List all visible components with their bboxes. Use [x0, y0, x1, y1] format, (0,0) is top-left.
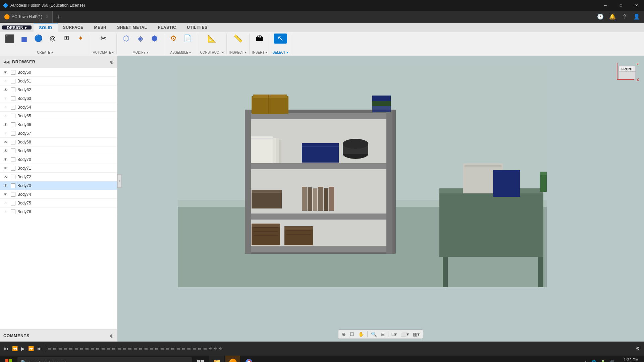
tl-icon-3[interactable]: ▭: [58, 346, 62, 352]
close-button[interactable]: ✕: [629, 0, 644, 11]
as-built-joint-button[interactable]: 📄: [181, 34, 194, 43]
chrome-taskbar[interactable]: [241, 356, 256, 362]
tl-icon-11[interactable]: ▭: [101, 346, 105, 352]
body-checkbox[interactable]: [11, 70, 15, 75]
play-button[interactable]: ▶: [20, 345, 26, 353]
tl-icon-2[interactable]: ▭: [52, 346, 57, 352]
create-label[interactable]: CREATE: [37, 51, 53, 54]
display-mode-button[interactable]: □▾: [390, 331, 398, 338]
pan-button[interactable]: ✋: [357, 331, 365, 338]
visibility-icon[interactable]: 👁: [3, 140, 9, 144]
body-checkbox[interactable]: [11, 175, 15, 179]
tl-icon-23[interactable]: ▭: [165, 346, 170, 352]
visibility-icon[interactable]: 👁: [3, 183, 9, 188]
tab-mesh[interactable]: MESH: [89, 23, 112, 32]
body-checkbox[interactable]: [11, 157, 15, 162]
visibility-icon[interactable]: 👁: [3, 209, 9, 214]
body-list-item[interactable]: 👁Body60: [0, 68, 117, 77]
view-cube[interactable]: FRONT Z X: [614, 59, 641, 86]
history-icon[interactable]: 🕐: [596, 12, 605, 21]
go-to-start-button[interactable]: ⏮: [3, 345, 10, 353]
tab-utilities[interactable]: UTILITIES: [181, 23, 213, 32]
tl-icon-5[interactable]: ▭: [68, 346, 73, 352]
body-checkbox[interactable]: [11, 201, 15, 205]
visibility-icon[interactable]: 👁: [3, 131, 9, 136]
tl-icon-19[interactable]: ▭: [144, 346, 148, 352]
minimize-button[interactable]: ─: [598, 0, 613, 11]
tl-icon-20[interactable]: ▭: [149, 346, 154, 352]
sidebar-collapse-button[interactable]: ‹: [117, 174, 121, 188]
body-list-item[interactable]: 👁Body70: [0, 155, 117, 164]
step-back-button[interactable]: ⏪: [11, 345, 19, 353]
tl-icon-31[interactable]: ✛: [208, 346, 212, 352]
tl-icon-8[interactable]: ▭: [85, 346, 89, 352]
tl-icon-33[interactable]: ✛: [218, 346, 222, 352]
chevron-up-icon[interactable]: ∧: [583, 359, 589, 362]
file-explorer-taskbar[interactable]: 📁: [209, 356, 224, 362]
tab-solid[interactable]: SOLID: [34, 23, 57, 32]
tl-icon-7[interactable]: ▭: [79, 346, 84, 352]
body-list-item[interactable]: 👁Body68: [0, 138, 117, 146]
tl-icon-6[interactable]: ▭: [74, 346, 78, 352]
notifications-icon[interactable]: 🔔: [608, 12, 617, 21]
tab-surface[interactable]: SURFACE: [58, 23, 89, 32]
help-icon[interactable]: ?: [620, 12, 629, 21]
tl-icon-28[interactable]: ▭: [192, 346, 197, 352]
go-to-end-button[interactable]: ⏭: [36, 345, 43, 353]
visibility-icon[interactable]: 👁: [3, 105, 9, 110]
account-icon[interactable]: 👤: [632, 12, 641, 21]
start-button[interactable]: [1, 356, 16, 362]
new-component-button[interactable]: ⬛: [3, 34, 17, 45]
insert-label[interactable]: INSERT: [252, 51, 267, 54]
extrude-button[interactable]: ◼: [17, 34, 31, 44]
clock[interactable]: 1:32 PM 12/18/2024: [617, 356, 640, 362]
tl-icon-29[interactable]: ▭: [197, 346, 202, 352]
document-tab[interactable]: 🟠 AC Town Hall*(1) ✕: [0, 11, 53, 23]
visibility-icon[interactable]: 👁: [3, 192, 9, 197]
design-dropdown-button[interactable]: DESIGN ▾: [2, 25, 32, 29]
body-list-item[interactable]: 👁Body76: [0, 207, 117, 216]
tl-icon-21[interactable]: ▭: [154, 346, 159, 352]
visibility-icon[interactable]: 👁: [3, 70, 9, 75]
task-view-button[interactable]: [193, 356, 208, 362]
body-list-item[interactable]: 👁Body69: [0, 146, 117, 155]
body-checkbox[interactable]: [11, 192, 15, 197]
body-checkbox[interactable]: [11, 209, 15, 214]
grid-button[interactable]: ▦▾: [412, 331, 421, 338]
body-list-item[interactable]: 👁Body72: [0, 173, 117, 181]
press-pull-button[interactable]: ⬡: [119, 34, 133, 44]
body-list-item[interactable]: 👁Body71: [0, 164, 117, 173]
tl-icon-26[interactable]: ▭: [181, 346, 186, 352]
body-list-item[interactable]: 👁Body64: [0, 103, 117, 112]
automate-label[interactable]: AUTOMATE: [93, 51, 114, 54]
zoom-in-button[interactable]: 🔍: [370, 331, 378, 338]
tab-sheet-metal[interactable]: SHEET METAL: [112, 23, 152, 32]
tl-icon-27[interactable]: ▭: [186, 346, 191, 352]
zoom-fit-button[interactable]: ⊟: [379, 331, 386, 338]
body-list-item[interactable]: 👁Body63: [0, 94, 117, 103]
body-checkbox[interactable]: [11, 87, 15, 92]
tl-icon-14[interactable]: ▭: [117, 346, 121, 352]
tl-icon-30[interactable]: ▭: [203, 346, 207, 352]
volume-icon[interactable]: 🔊: [608, 359, 616, 362]
fillet-button[interactable]: ◈: [133, 34, 147, 44]
visibility-icon[interactable]: 👁: [3, 166, 9, 171]
body-list-item[interactable]: 👁Body73: [0, 181, 117, 190]
revolve-button[interactable]: 🔵: [32, 34, 45, 43]
tl-icon-32[interactable]: ✛: [213, 346, 217, 352]
viewport[interactable]: FRONT Z X ⊕ ☐ ✋ 🔍 ⊟ □▾ ⬜▾ ▦▾: [117, 56, 644, 342]
body-checkbox[interactable]: [11, 96, 15, 101]
comments-add-button[interactable]: ⊕: [110, 333, 114, 339]
tl-icon-25[interactable]: ▭: [176, 346, 180, 352]
fusion-taskbar[interactable]: 🟠: [225, 356, 240, 362]
browser-back-arrow[interactable]: ◀◀: [3, 60, 9, 64]
body-checkbox[interactable]: [11, 114, 15, 118]
tl-icon-24[interactable]: ▭: [170, 346, 175, 352]
pattern-button[interactable]: ⊞: [60, 34, 73, 42]
body-checkbox[interactable]: [11, 140, 15, 144]
tl-icon-16[interactable]: ▭: [127, 346, 132, 352]
visibility-icon[interactable]: 👁: [3, 122, 9, 127]
visual-style-button[interactable]: ⬜▾: [399, 331, 410, 338]
tl-icon-18[interactable]: ▭: [138, 346, 143, 352]
measure-button[interactable]: 📏: [231, 34, 245, 44]
